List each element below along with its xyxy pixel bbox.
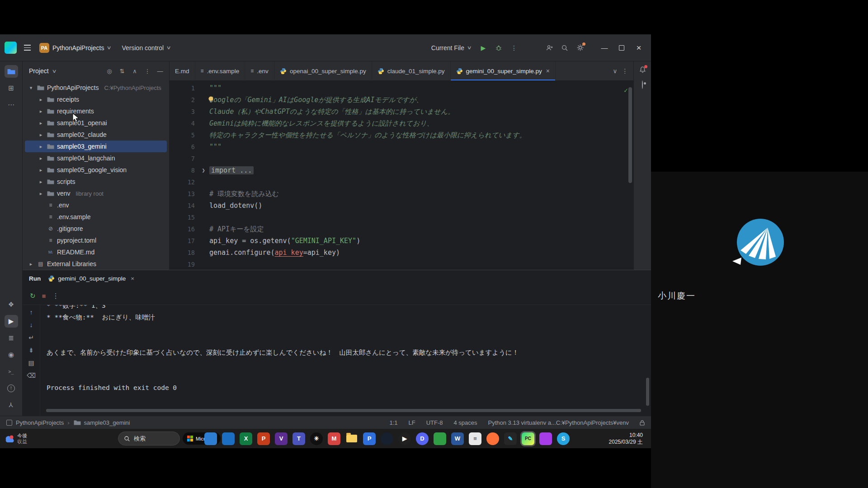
status-item-3[interactable]: 4 spaces <box>453 419 477 426</box>
main-menu-button[interactable] <box>21 42 33 54</box>
run-tool-icon[interactable]: ▶ <box>5 315 18 328</box>
tab-gemini_00_super_simple.py[interactable]: gemini_00_super_simple.py× <box>451 61 556 80</box>
python-app-icon[interactable]: P <box>363 432 376 445</box>
tab-options-icon[interactable]: ⋮ <box>622 67 628 75</box>
debug-button[interactable] <box>492 41 505 55</box>
visual-studio-icon[interactable]: V <box>275 432 288 445</box>
terminal-icon[interactable]: >_ <box>5 365 18 378</box>
inspections-ok-icon[interactable]: ✓ <box>624 84 628 96</box>
run-button[interactable]: ▶ <box>476 41 490 55</box>
version-control-menu[interactable]: Version control ∨ <box>117 42 175 53</box>
mail-app-icon[interactable]: M <box>328 432 340 445</box>
pycharm-taskbar-icon[interactable]: PC <box>522 432 534 445</box>
hide-panel-icon[interactable]: — <box>155 66 165 76</box>
tree-item-sample01_openai[interactable]: ▸sample01_openai <box>25 117 167 129</box>
close-icon[interactable]: × <box>131 275 134 282</box>
skype-icon[interactable]: S <box>557 432 570 445</box>
print-icon[interactable]: ▤ <box>28 359 34 366</box>
tree-item-scripts[interactable]: ▸scripts <box>25 176 167 188</box>
more-tool-windows-icon[interactable]: ⋯ <box>5 99 18 111</box>
word-icon[interactable]: W <box>451 432 464 445</box>
more-run-options-icon[interactable]: ⋮ <box>52 292 59 300</box>
editor-scrollbar[interactable] <box>628 87 632 183</box>
tab-.env[interactable]: ≡.env <box>245 61 274 80</box>
rerun-icon[interactable]: ↻ <box>30 292 36 300</box>
firefox-icon[interactable] <box>486 432 499 445</box>
chatgpt-icon[interactable]: ✳ <box>310 432 323 445</box>
more-options-icon[interactable]: ⋮ <box>142 66 153 76</box>
ai-assistant-button[interactable] <box>642 81 643 89</box>
tab-overflow-icon[interactable]: ∨ <box>613 67 618 75</box>
python-console-icon[interactable]: ◉ <box>5 348 18 361</box>
select-opened-file-icon[interactable]: ◎ <box>104 66 115 76</box>
run-tab[interactable]: gemini_00_super_simple × <box>48 275 134 282</box>
file-explorer-icon[interactable] <box>345 432 358 445</box>
excel-icon[interactable]: X <box>240 432 252 445</box>
move-down-icon[interactable]: ↓ <box>30 321 33 328</box>
camera-app-icon[interactable] <box>222 432 235 445</box>
purple-app-icon[interactable] <box>539 432 552 445</box>
services-icon[interactable]: ≣ <box>5 332 18 344</box>
problems-icon[interactable]: ! <box>5 382 18 394</box>
tree-item-.gitignore[interactable]: ⊘.gitignore <box>25 223 167 235</box>
tree-item-sample03_gemini[interactable]: ▸sample03_gemini <box>25 141 167 152</box>
maximize-button[interactable] <box>614 40 629 56</box>
settings-button[interactable] <box>573 41 587 55</box>
output-vertical-scrollbar[interactable] <box>646 378 649 406</box>
tree-item-sample05_google_vision[interactable]: ▸sample05_google_vision <box>25 164 167 176</box>
tree-item-requirements[interactable]: ▸requirements <box>25 105 167 117</box>
scroll-to-end-icon[interactable]: ⇟ <box>28 347 34 354</box>
tab-claude_01_simple.py[interactable]: claude_01_simple.py <box>372 61 451 80</box>
tree-item-README.md[interactable]: M↓README.md <box>25 246 167 258</box>
powerpoint-icon[interactable]: P <box>257 432 270 445</box>
more-actions-button[interactable]: ⋮ <box>507 41 521 55</box>
stop-icon[interactable]: ■ <box>42 292 46 300</box>
pen-app-icon[interactable]: ✎ <box>504 432 517 445</box>
close-tab-icon[interactable]: × <box>546 67 550 75</box>
taskbar-clock[interactable]: 10:40 2025/03/29 土 <box>609 432 643 446</box>
tree-item-receipts[interactable]: ▸receipts <box>25 94 167 105</box>
tree-item-venv[interactable]: ▸venvlibrary root <box>25 188 167 199</box>
status-item-1[interactable]: LF <box>408 419 415 426</box>
media-player-icon[interactable]: ▶ <box>398 432 411 445</box>
collapse-all-icon[interactable]: ∧ <box>129 66 140 76</box>
tree-item-PythonApiProjects[interactable]: ▾PythonApiProjectsC:¥PythonApiProjects <box>25 82 167 94</box>
tree-item-External Libraries[interactable]: ▸▤External Libraries <box>25 258 167 270</box>
people-app-icon[interactable] <box>204 432 217 445</box>
expand-all-icon[interactable]: ⇅ <box>117 66 127 76</box>
search-everywhere-button[interactable] <box>558 41 571 55</box>
minimize-button[interactable]: — <box>597 40 612 56</box>
soft-wrap-icon[interactable]: ↵ <box>28 334 34 341</box>
tree-item-.env[interactable]: ≡.env <box>25 199 167 211</box>
tab-openai_00_super_simple.py[interactable]: openai_00_super_simple.py <box>274 61 372 80</box>
breadcrumb-project[interactable]: PythonApiProjects <box>16 419 64 426</box>
project-panel-title[interactable]: Project <box>29 67 49 75</box>
project-folder-icon[interactable] <box>5 65 18 78</box>
tree-item-sample04_langchain[interactable]: ▸sample04_langchain <box>25 152 167 164</box>
tab-E.md[interactable]: E.md <box>170 61 195 80</box>
tab-.env.sample[interactable]: ≡.env.sample <box>195 61 245 80</box>
structure-icon[interactable]: ⊞ <box>5 82 18 94</box>
taskbar-search[interactable]: 検索 <box>118 432 180 446</box>
python-packages-icon[interactable]: ❖ <box>5 298 18 311</box>
tree-item-pyproject.toml[interactable]: ≡pyproject.toml <box>25 235 167 246</box>
readonly-lock-icon[interactable] <box>640 420 645 426</box>
tree-item-sample02_claude[interactable]: ▸sample02_claude <box>25 129 167 141</box>
discord-icon[interactable]: D <box>416 432 429 445</box>
output-horizontal-scrollbar[interactable] <box>46 409 641 412</box>
notifications-button[interactable] <box>639 66 646 74</box>
clear-output-icon[interactable]: ⌫ <box>27 372 36 379</box>
green-app-icon[interactable] <box>434 432 446 445</box>
tree-item-.env.sample[interactable]: ≡.env.sample <box>25 211 167 223</box>
status-item-2[interactable]: UTF-8 <box>426 419 443 426</box>
code-editor[interactable]: 1"""2Googleの「Gemini」AIはGoogleが提供する生成AIモデ… <box>170 81 633 270</box>
project-switcher[interactable]: PA PythonApiProjects ∨ <box>36 41 114 55</box>
teams-icon[interactable]: T <box>292 432 305 445</box>
version-control-icon[interactable]: Y <box>5 399 18 411</box>
run-output-area[interactable]: * **数字:** 1、3* **食べ物:** おにぎり、味噌汁 あくまで、名前… <box>40 305 651 416</box>
breadcrumb-folder[interactable]: sample03_gemini <box>73 419 130 426</box>
close-button[interactable]: × <box>631 40 646 56</box>
code-with-me-button[interactable] <box>542 41 556 55</box>
run-configuration-selector[interactable]: Current File ∨ <box>428 44 475 52</box>
widgets-button[interactable]: 今後 収益 <box>5 433 27 445</box>
